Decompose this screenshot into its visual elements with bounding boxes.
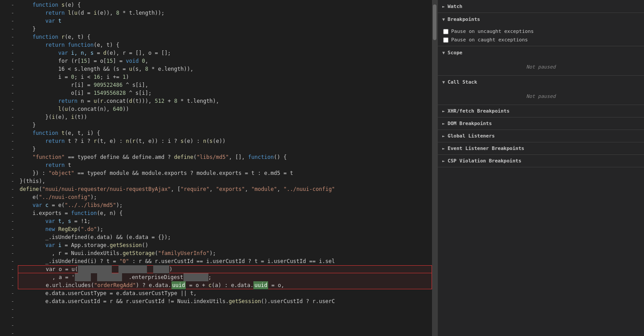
code-line: return t [18, 161, 432, 169]
scope-content: Not paused [438, 59, 644, 75]
scope-arrow-icon [442, 50, 445, 55]
code-line-highlighted-var-o: var o = u( ) [18, 265, 432, 273]
code-line: } [18, 121, 432, 129]
code-line: i.exports = function(e, n) { [18, 209, 432, 217]
pause-caught-checkbox[interactable] [443, 37, 448, 43]
global-listeners-section[interactable]: Global Listeners [438, 130, 644, 142]
code-line: var i, n, s = d(e), r = [], o = []; [18, 49, 432, 57]
event-listener-arrow-icon [442, 146, 445, 151]
breakpoints-content: Pause on uncaught exceptions Pause on ca… [438, 25, 644, 46]
code-line: _.isUndefined(i) ? t = "0" : r && r.user… [18, 257, 432, 265]
breakpoints-section: Breakpoints Pause on uncaught exceptions… [438, 13, 644, 46]
code-line: } [18, 145, 432, 153]
event-listener-breakpoints-label: Event Listener Breakpoints [448, 146, 524, 151]
pause-uncaught-label: Pause on uncaught exceptions [451, 28, 534, 34]
watch-arrow-icon [442, 4, 445, 9]
code-line: function t(e, t, i) { [18, 129, 432, 137]
code-line: var t [18, 17, 432, 25]
debugger-panel: Watch Breakpoints Pause on uncaught exce… [437, 0, 644, 336]
pause-uncaught-checkbox[interactable] [443, 29, 448, 34]
global-listeners-label: Global Listeners [448, 133, 495, 139]
code-line: for (r[15] = o[15] = void 0, [18, 57, 432, 65]
pause-caught-label: Pause on caught exceptions [451, 37, 528, 43]
call-stack-header[interactable]: Call Stack [438, 76, 644, 88]
code-line: return n = u(r.concat(d(t))), 512 + 8 * … [18, 97, 432, 105]
code-line: function r(e, t) { [18, 33, 432, 41]
editor-scrollbar[interactable] [432, 0, 437, 336]
call-stack-content: Not paused [438, 88, 644, 105]
code-line: var i = App.storage.getSession() [18, 241, 432, 249]
breakpoints-label: Breakpoints [448, 16, 480, 22]
watch-header[interactable]: Watch [438, 0, 644, 12]
scrollbar-thumb[interactable] [433, 4, 436, 40]
event-listener-breakpoints-section[interactable]: Event Listener Breakpoints [438, 142, 644, 155]
code-line: function s(e) { [18, 1, 432, 9]
code-line: } [18, 25, 432, 33]
call-stack-label: Call Stack [448, 79, 477, 85]
scope-header[interactable]: Scope [438, 46, 644, 59]
dom-breakpoints-label: DOM Breakpoints [448, 121, 492, 126]
code-line: define("nuui/nuui-requester/nuui-request… [18, 185, 432, 193]
breakpoints-header[interactable]: Breakpoints [438, 13, 644, 25]
breakpoints-arrow-icon [442, 17, 445, 22]
scope-not-paused: Not paused [438, 61, 644, 73]
csp-violation-arrow-icon [442, 158, 445, 163]
line-numbers: - - - - - - - - - - - - - - - - - - - - … [0, 0, 18, 336]
call-stack-section: Call Stack Not paused [438, 76, 644, 105]
code-line: r[i] = 909522486 ^ s[i], [18, 81, 432, 89]
pause-uncaught-item[interactable]: Pause on uncaught exceptions [438, 27, 644, 36]
code-line: o[i] = 1549556828 ^ s[i]; [18, 89, 432, 97]
code-line: return l(u(d = i(e)), 8 * t.length)); [18, 9, 432, 17]
code-line: e("../nuui-config"); [18, 193, 432, 201]
editor-panel: - - - - - - - - - - - - - - - - - - - - … [0, 0, 437, 336]
dom-arrow-icon [442, 121, 445, 126]
csp-violation-breakpoints-section[interactable]: CSP Violation Breakpoints [438, 155, 644, 167]
xhr-breakpoints-section[interactable]: XHR/fetch Breakpoints [438, 105, 644, 117]
code-line: var c = e("../../libs/md5"); [18, 201, 432, 209]
code-line: _.isUndefined(e.data) && (e.data = {}); [18, 233, 432, 241]
code-line: var t, s = !1; [18, 217, 432, 225]
code-line: "function" == typeof define && define.am… [18, 153, 432, 161]
csp-violation-breakpoints-label: CSP Violation Breakpoints [448, 158, 522, 164]
pause-caught-item[interactable]: Pause on caught exceptions [438, 36, 644, 44]
xhr-arrow-icon [442, 109, 445, 113]
global-listeners-arrow-icon [442, 134, 445, 138]
code-line: }(this), [18, 177, 432, 185]
call-stack-arrow-icon [442, 80, 445, 85]
xhr-breakpoints-label: XHR/fetch Breakpoints [448, 108, 509, 114]
code-line: e.data.userCustType = e.data.userCustTyp… [18, 289, 432, 297]
code-line-highlighted-a: , a = ' .enterpriseDigest ; [18, 273, 432, 281]
code-line: return t ? i ? r(t, e) : n(r(t, e)) : i … [18, 137, 432, 145]
call-stack-not-paused: Not paused [438, 90, 644, 103]
code-area: - - - - - - - - - - - - - - - - - - - - … [0, 0, 437, 336]
watch-section: Watch [438, 0, 644, 13]
code-line: new RegExp(".do"); [18, 225, 432, 233]
scope-section: Scope Not paused [438, 46, 644, 76]
code-content[interactable]: function s(e) { return l(u(d = i(e)), 8 … [18, 0, 432, 336]
code-line: e.data.userCustId = r && r.userCustId !=… [18, 297, 432, 305]
code-line: l(u(o.concat(n), 640)) [18, 105, 432, 113]
code-line-highlighted-uuid: e.url.includes("orderRegAdd") ? e.data.u… [18, 281, 432, 289]
code-line: }(i(e), i(t)) [18, 113, 432, 121]
scope-label: Scope [448, 50, 462, 56]
code-line: }) : "object" == typeof module && module… [18, 169, 432, 177]
code-line: return function(e, t) { [18, 41, 432, 49]
code-line: 16 < s.length && (s = u(s, 8 * e.length)… [18, 65, 432, 73]
dom-breakpoints-section[interactable]: DOM Breakpoints [438, 117, 644, 130]
code-line: , r = Nuui.indexUtils.getStorage("family… [18, 249, 432, 257]
code-line: i = 0; i < 16; i += 1) [18, 73, 432, 81]
watch-label: Watch [448, 4, 462, 9]
